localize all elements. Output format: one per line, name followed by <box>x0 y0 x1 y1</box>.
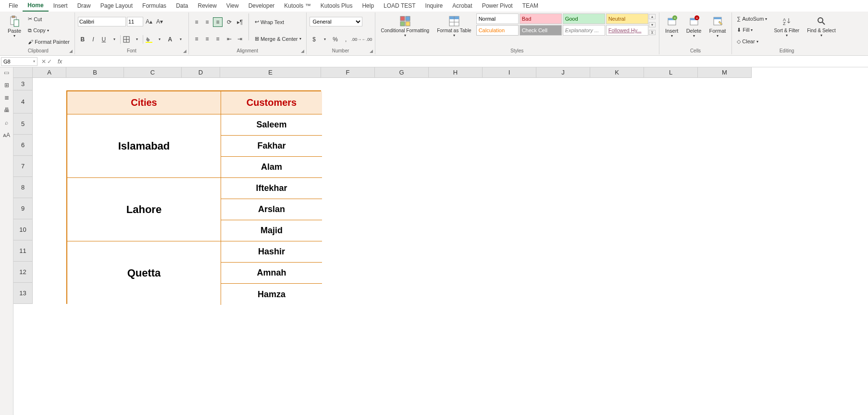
column-header[interactable]: I <box>483 67 536 78</box>
dialog-launcher-icon[interactable]: ◢ <box>69 49 73 53</box>
increase-indent-button[interactable]: ⇥ <box>235 34 245 44</box>
paste-button[interactable]: Paste ▾ <box>5 13 24 40</box>
comma-button[interactable]: , <box>341 35 351 44</box>
tool-icon[interactable]: ⊞ <box>4 82 9 88</box>
chevron-down-icon[interactable]: ▾ <box>320 35 330 44</box>
insert-cells-button[interactable]: + Insert ▾ <box>662 13 682 40</box>
tab-kutools-[interactable]: Kutools ™ <box>279 0 315 11</box>
decrease-font-button[interactable]: A▾ <box>155 17 164 26</box>
dialog-launcher-icon[interactable]: ◢ <box>301 49 304 53</box>
wrap-text-button[interactable]: ↩ Wrap Text <box>253 18 303 26</box>
tab-power-pivot[interactable]: Power Pivot <box>477 0 518 11</box>
tool-icon[interactable]: ≣ <box>4 94 9 101</box>
tab-formulas[interactable]: Formulas <box>137 0 171 11</box>
sort-filter-button[interactable]: AZ Sort & Filter ▾ <box>771 13 802 39</box>
row-header[interactable]: 13 <box>13 283 33 304</box>
column-header[interactable]: J <box>536 67 590 78</box>
column-header[interactable]: L <box>644 67 698 78</box>
style-more[interactable]: ⊻ <box>649 30 656 35</box>
bold-button[interactable]: B <box>78 35 87 44</box>
format-cells-button[interactable]: Format ▾ <box>706 13 729 40</box>
align-bottom-button[interactable]: ≡ <box>213 17 223 27</box>
cell-style-explanatory-[interactable]: Explanatory ... <box>563 25 605 36</box>
decrease-decimal-button[interactable]: ←.00 <box>362 35 372 44</box>
column-header[interactable]: B <box>66 67 124 78</box>
tool-icon[interactable]: ▭ <box>4 69 9 76</box>
row-header[interactable]: 6 <box>13 135 33 156</box>
column-header[interactable]: A <box>33 67 66 78</box>
column-header[interactable]: F <box>321 67 375 78</box>
column-header[interactable]: G <box>375 67 429 78</box>
cut-button[interactable]: ✂ Cut <box>26 15 72 23</box>
column-header[interactable]: H <box>429 67 483 78</box>
row-header[interactable]: 11 <box>13 240 33 262</box>
tab-insert[interactable]: Insert <box>49 0 73 11</box>
dialog-launcher-icon[interactable]: ◢ <box>183 49 186 53</box>
percent-button[interactable]: % <box>331 35 340 44</box>
customer-cell[interactable]: Hamza <box>221 284 322 305</box>
style-scroll-down[interactable]: ▾ <box>649 22 656 27</box>
align-top-button[interactable]: ≡ <box>192 17 201 27</box>
tool-icon[interactable]: ⌕ <box>5 119 8 126</box>
increase-decimal-button[interactable]: .00→ <box>352 35 361 44</box>
select-all-corner[interactable] <box>13 67 33 78</box>
find-select-button[interactable]: Find & Select ▾ <box>804 13 838 39</box>
column-header[interactable]: M <box>698 67 752 78</box>
customer-cell[interactable]: Amnah <box>221 263 322 284</box>
align-left-button[interactable]: ≡ <box>192 34 201 44</box>
row-header[interactable]: 9 <box>13 198 33 219</box>
accounting-button[interactable]: $ <box>310 35 319 44</box>
chevron-down-icon[interactable]: ▾ <box>132 35 142 44</box>
font-name-select[interactable] <box>78 17 126 26</box>
cell-style-followed-hy-[interactable]: Followed Hy... <box>606 25 648 36</box>
row-header[interactable]: 7 <box>13 156 33 177</box>
cell-style-bad[interactable]: Bad <box>520 13 562 24</box>
cancel-formula-icon[interactable]: ✕ <box>41 58 46 65</box>
align-center-button[interactable]: ≡ <box>202 34 212 44</box>
autosum-button[interactable]: ∑AutoSum▾ <box>735 15 769 23</box>
chevron-down-icon[interactable]: ▾ <box>155 35 164 44</box>
tab-review[interactable]: Review <box>193 0 221 11</box>
row-header[interactable]: 3 <box>13 78 33 90</box>
city-cell[interactable]: Islamabad <box>67 114 221 178</box>
font-size-select[interactable] <box>127 17 143 26</box>
table-header-customers[interactable]: Customers <box>221 91 322 114</box>
column-header[interactable]: K <box>590 67 644 78</box>
clear-button[interactable]: ◇Clear▾ <box>735 38 769 46</box>
row-header[interactable]: 5 <box>13 113 33 135</box>
align-middle-button[interactable]: ≡ <box>202 17 212 27</box>
customer-cell[interactable]: Majid <box>221 220 322 241</box>
tab-home[interactable]: Home <box>23 0 48 12</box>
row-header[interactable]: 12 <box>13 262 33 283</box>
row-header[interactable]: 10 <box>13 219 33 240</box>
tab-inquire[interactable]: Inquire <box>421 0 448 11</box>
cell-style-neutral[interactable]: Neutral <box>606 13 648 24</box>
format-painter-button[interactable]: 🖌 Format Painter <box>26 38 72 46</box>
dialog-launcher-icon[interactable]: ◢ <box>370 49 373 53</box>
italic-button[interactable]: I <box>88 35 98 44</box>
decrease-indent-button[interactable]: ⇤ <box>224 34 234 44</box>
tab-page-layout[interactable]: Page Layout <box>96 0 137 11</box>
customer-cell[interactable]: Hashir <box>221 241 322 263</box>
format-as-table-button[interactable]: Format as Table ▾ <box>434 13 474 39</box>
tab-load-test[interactable]: LOAD TEST <box>379 0 420 11</box>
font-color-button[interactable]: A <box>165 35 175 44</box>
tool-icon[interactable]: 🖶 <box>4 107 10 113</box>
borders-button[interactable] <box>122 35 131 44</box>
number-format-select[interactable]: General <box>310 17 362 26</box>
name-box[interactable]: G8 ▾ <box>1 57 37 66</box>
cell-style-calculation[interactable]: Calculation <box>476 25 519 36</box>
increase-font-button[interactable]: A▴ <box>144 17 154 26</box>
chevron-down-icon[interactable]: ▾ <box>176 35 186 44</box>
customer-cell[interactable]: Arslan <box>221 199 322 220</box>
conditional-formatting-button[interactable]: Conditional Formatting ▾ <box>378 13 433 39</box>
customer-cell[interactable]: Fakhar <box>221 136 322 157</box>
tab-file[interactable]: File <box>4 0 23 11</box>
cell-style-good[interactable]: Good <box>563 13 605 24</box>
column-header[interactable]: D <box>182 67 220 78</box>
tab-draw[interactable]: Draw <box>73 0 96 11</box>
tab-kutools-plus[interactable]: Kutools Plus <box>316 0 358 11</box>
orientation-button[interactable]: ⟳ <box>224 17 234 27</box>
copy-button[interactable]: ⧉ Copy ▾ <box>26 26 72 35</box>
fill-button[interactable]: ⬇Fill▾ <box>735 26 769 34</box>
